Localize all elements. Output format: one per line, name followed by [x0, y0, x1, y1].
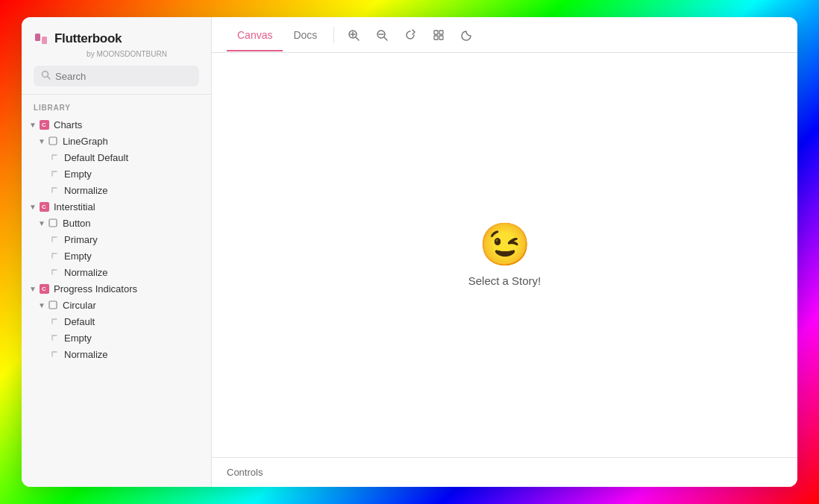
svg-rect-1 [42, 37, 47, 44]
zoom-out-button[interactable] [371, 25, 392, 45]
svg-line-8 [356, 37, 359, 40]
sidebar-item-default-default-label: Default Default [64, 152, 128, 163]
sidebar-item-empty-2-label: Empty [64, 251, 92, 262]
sidebar-item-primary[interactable]: Primary [22, 231, 211, 248]
sidebar-item-normalize-2-label: Normalize [64, 267, 108, 278]
sidebar-item-normalize-3-label: Normalize [64, 349, 108, 360]
topbar-divider [333, 27, 334, 43]
topbar: Canvas Docs [212, 17, 797, 53]
chevron-progress-icon: ▼ [28, 283, 38, 294]
sidebar-item-circular-label: Circular [63, 300, 96, 311]
svg-rect-14 [434, 31, 438, 34]
chevron-linegraph-icon: ▼ [37, 136, 47, 146]
library-label: LIBRARY [22, 104, 211, 116]
story-icon-default-2 [48, 315, 60, 327]
app-subtitle: by MOONSDONTBURN [54, 50, 199, 58]
story-group-icon-linegraph [47, 135, 59, 147]
story-icon-normalize-2 [48, 266, 60, 278]
sidebar-item-normalize-2[interactable]: Normalize [22, 264, 211, 280]
sidebar-item-primary-label: Primary [64, 234, 98, 245]
sidebar-item-linegraph-label: LineGraph [63, 136, 108, 147]
sidebar-item-normalize-3[interactable]: Normalize [22, 346, 211, 362]
sidebar-item-progress-label: Progress Indicators [54, 283, 137, 294]
app-window: Flutterbook by MOONSDONTBURN LIBRARY [22, 17, 797, 487]
tab-canvas[interactable]: Canvas [227, 19, 283, 51]
select-story-text: Select a Story! [468, 274, 542, 287]
sidebar-item-interstitial[interactable]: ▼ C Interstitial [22, 198, 211, 215]
sidebar-item-empty-3[interactable]: Empty [22, 330, 211, 346]
logo-row: Flutterbook [34, 31, 199, 47]
svg-rect-6 [49, 301, 57, 309]
library-section: LIBRARY ▼ C Charts ▼ LineGraph [22, 95, 211, 362]
story-icon-empty-2 [48, 250, 60, 262]
component-icon-interstitial: C [38, 201, 50, 212]
controls-bar: Controls [212, 457, 797, 487]
chevron-button-icon: ▼ [37, 218, 47, 228]
sidebar-header: Flutterbook by MOONSDONTBURN [22, 17, 211, 95]
search-input[interactable] [55, 71, 192, 82]
chevron-circular-icon: ▼ [37, 300, 47, 310]
sidebar-item-default-2[interactable]: Default [22, 313, 211, 330]
sidebar-item-charts-label: Charts [54, 119, 82, 130]
canvas-area: 😉 Select a Story! [212, 53, 797, 457]
sidebar-item-charts[interactable]: ▼ C Charts [22, 116, 211, 133]
sidebar-item-progress-indicators[interactable]: ▼ C Progress Indicators [22, 280, 211, 297]
sidebar-item-button[interactable]: ▼ Button [22, 215, 211, 231]
story-icon-normalize-3 [48, 348, 60, 360]
sidebar-item-empty-2[interactable]: Empty [22, 248, 211, 264]
svg-rect-0 [35, 34, 40, 41]
sidebar-item-empty-1[interactable]: Empty [22, 166, 211, 182]
svg-rect-4 [49, 137, 57, 145]
controls-label: Controls [227, 467, 263, 478]
main-content: Canvas Docs [212, 17, 797, 487]
sidebar-item-default-default[interactable]: Default Default [22, 149, 211, 166]
sidebar: Flutterbook by MOONSDONTBURN LIBRARY [22, 17, 212, 487]
app-title: Flutterbook [54, 31, 122, 46]
grid-button[interactable] [428, 25, 449, 45]
sidebar-item-empty-3-label: Empty [64, 333, 92, 344]
component-icon-charts: C [38, 119, 50, 130]
sidebar-item-circular[interactable]: ▼ Circular [22, 297, 211, 313]
svg-rect-15 [439, 31, 443, 34]
zoom-in-button[interactable] [343, 25, 364, 45]
story-icon-normalize-1 [48, 184, 60, 196]
story-icon-primary [48, 233, 60, 245]
chevron-interstitial-icon: ▼ [28, 201, 38, 212]
refresh-button[interactable] [400, 25, 421, 45]
story-icon-default-default [48, 151, 60, 163]
story-icon-empty-3 [48, 332, 60, 344]
search-box[interactable] [34, 66, 199, 86]
svg-line-12 [384, 37, 387, 40]
sidebar-item-normalize-1-label: Normalize [64, 185, 108, 196]
sidebar-item-interstitial-label: Interstitial [54, 201, 95, 212]
logo-icon [34, 31, 50, 47]
dark-mode-button[interactable] [456, 25, 477, 45]
sidebar-item-linegraph[interactable]: ▼ LineGraph [22, 133, 211, 149]
search-icon [41, 69, 51, 83]
story-group-icon-circular [47, 299, 59, 311]
component-icon-progress: C [38, 283, 50, 294]
sidebar-item-default-2-label: Default [64, 316, 95, 327]
svg-line-3 [48, 77, 51, 80]
tab-docs[interactable]: Docs [283, 19, 327, 51]
topbar-icons [343, 25, 477, 45]
story-icon-empty-1 [48, 168, 60, 180]
svg-rect-5 [49, 219, 57, 227]
story-group-icon-button [47, 217, 59, 229]
svg-rect-17 [439, 36, 443, 40]
sidebar-item-button-label: Button [63, 218, 91, 229]
sidebar-item-empty-1-label: Empty [64, 168, 92, 180]
select-story-icon: 😉 [479, 224, 531, 265]
svg-rect-16 [434, 36, 438, 40]
chevron-charts-icon: ▼ [28, 119, 38, 130]
sidebar-item-normalize-1[interactable]: Normalize [22, 182, 211, 198]
